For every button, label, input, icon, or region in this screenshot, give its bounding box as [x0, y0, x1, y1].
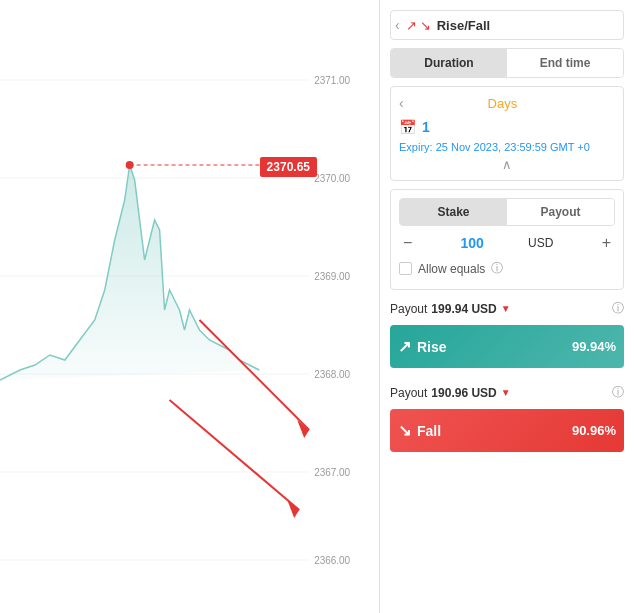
duration-section: ‹ Days 📅 1 Expiry: 25 Nov 2023, 23:59:59…	[390, 86, 624, 181]
stake-currency: USD	[528, 236, 553, 250]
fall-icon: ↘	[420, 18, 431, 33]
contract-type-row: ‹ ↗ ↘ Rise/Fall	[390, 10, 624, 40]
rise-btn-pct: 99.94%	[572, 339, 616, 354]
contract-back-arrow[interactable]: ‹	[395, 17, 400, 33]
fall-btn-text: Fall	[417, 423, 441, 439]
stake-input-row: − 100 USD +	[399, 234, 615, 252]
rise-payout-amount: 199.94 USD	[431, 302, 496, 316]
fall-button[interactable]: ↘ Fall 90.96%	[390, 409, 624, 452]
calendar-icon: 📅	[399, 119, 416, 135]
svg-text:2366.00: 2366.00	[314, 555, 350, 566]
svg-text:2370.00: 2370.00	[314, 173, 350, 184]
fall-btn-label: ↘ Fall	[398, 421, 441, 440]
duration-value-row: 📅 1	[399, 119, 615, 135]
expiry-text: Expiry: 25 Nov 2023, 23:59:59 GMT +0	[399, 141, 615, 153]
rise-payout-info-icon[interactable]: ⓘ	[612, 300, 624, 317]
tab-duration[interactable]: Duration	[391, 49, 507, 77]
rise-btn-text: Rise	[417, 339, 447, 355]
fall-btn-icon: ↘	[398, 421, 411, 440]
tab-payout[interactable]: Payout	[507, 199, 614, 225]
svg-marker-17	[287, 500, 299, 518]
tab-endtime[interactable]: End time	[507, 49, 623, 77]
rise-payout-down-icon: ▼	[501, 303, 511, 314]
right-panel: ‹ ↗ ↘ Rise/Fall Duration End time ‹ Days…	[380, 0, 634, 613]
rise-payout-prefix: Payout	[390, 302, 427, 316]
contract-type-label: Rise/Fall	[437, 18, 490, 33]
allow-equals-row: Allow equals ⓘ	[399, 260, 615, 277]
svg-text:2369.00: 2369.00	[314, 271, 350, 282]
duration-nav: ‹ Days	[399, 95, 615, 111]
svg-text:2371.00: 2371.00	[314, 75, 350, 86]
allow-equals-checkbox[interactable]	[399, 262, 412, 275]
duration-tab-row: Duration End time	[390, 48, 624, 78]
rise-btn-icon: ↗	[398, 337, 411, 356]
stake-plus-btn[interactable]: +	[598, 234, 615, 252]
stake-value: 100	[461, 235, 484, 251]
stake-tab-row: Stake Payout	[399, 198, 615, 226]
rise-payout-row: Payout 199.94 USD ▼ ⓘ	[390, 300, 624, 317]
price-label: 2370.65	[260, 157, 317, 177]
svg-text:2368.00: 2368.00	[314, 369, 350, 380]
duration-left-arrow[interactable]: ‹	[399, 95, 404, 111]
allow-equals-info-icon: ⓘ	[491, 260, 503, 277]
fall-payout-down-icon: ▼	[501, 387, 511, 398]
chart-area: 2371.00 2370.00 2369.00 2368.00 2367.00 …	[0, 0, 380, 613]
stake-minus-btn[interactable]: −	[399, 234, 416, 252]
allow-equals-label: Allow equals	[418, 262, 485, 276]
contract-icons: ↗ ↘	[406, 18, 431, 33]
duration-value: 1	[422, 119, 430, 135]
rise-btn-label: ↗ Rise	[398, 337, 447, 356]
fall-payout-row: Payout 190.96 USD ▼ ⓘ	[390, 384, 624, 401]
stake-section: Stake Payout − 100 USD + Allow equals ⓘ	[390, 189, 624, 290]
rise-button[interactable]: ↗ Rise 99.94%	[390, 325, 624, 368]
fall-btn-pct: 90.96%	[572, 423, 616, 438]
chart-svg: 2371.00 2370.00 2369.00 2368.00 2367.00 …	[0, 0, 379, 613]
fall-payout-info-icon[interactable]: ⓘ	[612, 384, 624, 401]
svg-line-16	[170, 400, 300, 510]
svg-text:2367.00: 2367.00	[314, 467, 350, 478]
rise-icon: ↗	[406, 18, 417, 33]
fall-payout-prefix: Payout	[390, 386, 427, 400]
fall-payout-amount: 190.96 USD	[431, 386, 496, 400]
duration-type: Days	[488, 96, 518, 111]
tab-stake[interactable]: Stake	[400, 199, 507, 225]
svg-line-14	[199, 320, 309, 430]
collapse-btn[interactable]: ∧	[399, 157, 615, 172]
